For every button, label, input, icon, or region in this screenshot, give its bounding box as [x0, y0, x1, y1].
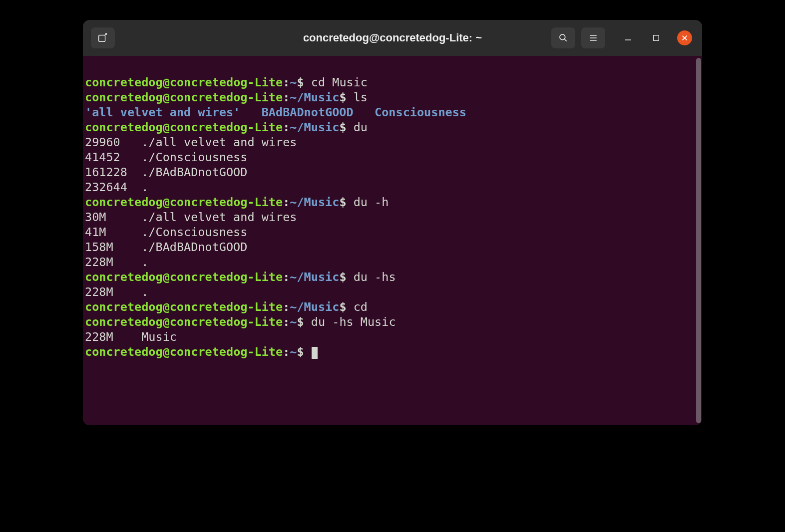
command-input: cd Music: [304, 75, 368, 89]
titlebar-right: [551, 27, 697, 48]
prompt-dollar: $: [297, 75, 304, 89]
prompt-host: concretedog-Lite: [170, 300, 283, 314]
prompt-user: concretedog: [85, 345, 163, 359]
svg-rect-0: [99, 35, 105, 42]
prompt-colon: :: [283, 270, 290, 284]
prompt-host: concretedog-Lite: [170, 345, 283, 359]
prompt-dollar: $: [339, 195, 346, 209]
prompt-dollar: $: [339, 270, 346, 284]
prompt-host: concretedog-Lite: [170, 75, 283, 89]
prompt-colon: :: [283, 315, 290, 329]
prompt-dollar: $: [339, 300, 346, 314]
new-tab-button[interactable]: [91, 27, 115, 48]
titlebar-left: [88, 27, 115, 48]
prompt-path: ~: [290, 315, 297, 329]
du-output-line: 30M ./all velvet and wires: [85, 210, 297, 224]
prompt-dollar: $: [339, 120, 346, 134]
prompt-at: @: [163, 90, 170, 104]
prompt-colon: :: [283, 120, 290, 134]
scrollbar[interactable]: [696, 58, 701, 423]
close-button[interactable]: [677, 30, 692, 45]
prompt-host: concretedog-Lite: [170, 270, 283, 284]
cursor: [312, 347, 318, 359]
prompt-colon: :: [283, 75, 290, 89]
command-input: cd: [347, 300, 368, 314]
prompt-colon: :: [283, 195, 290, 209]
prompt-dollar: $: [339, 90, 346, 104]
maximize-icon: [653, 34, 660, 41]
command-input: du -hs: [347, 270, 396, 284]
du-output-line: 228M .: [85, 255, 148, 269]
du-output-line: 232644 .: [85, 180, 148, 194]
prompt-path: ~/Music: [290, 120, 339, 134]
du-output-line: 41452 ./Consciousness: [85, 150, 247, 164]
du-output-line: 29960 ./all velvet and wires: [85, 135, 297, 149]
prompt-at: @: [163, 120, 170, 134]
svg-rect-9: [654, 35, 659, 41]
prompt-colon: :: [283, 345, 290, 359]
menu-button[interactable]: [581, 27, 605, 48]
prompt-host: concretedog-Lite: [170, 90, 283, 104]
svg-point-3: [560, 34, 565, 40]
close-icon: [681, 34, 688, 41]
prompt-colon: :: [283, 90, 290, 104]
titlebar: concretedog@concretedog-Lite: ~: [83, 20, 702, 56]
prompt-path: ~/Music: [290, 300, 339, 314]
prompt-at: @: [163, 75, 170, 89]
minimize-button[interactable]: [621, 31, 635, 45]
prompt-user: concretedog: [85, 120, 163, 134]
du-output-line: 161228 ./BAdBADnotGOOD: [85, 165, 247, 179]
prompt-user: concretedog: [85, 195, 163, 209]
command-input: du -hs Music: [304, 315, 396, 329]
ls-output: 'all velvet and wires' BAdBADnotGOOD Con…: [85, 105, 466, 119]
prompt-at: @: [163, 270, 170, 284]
prompt-path: ~/Music: [290, 195, 339, 209]
prompt-user: concretedog: [85, 300, 163, 314]
prompt-host: concretedog-Lite: [170, 195, 283, 209]
prompt-path: ~: [290, 345, 297, 359]
prompt-path: ~/Music: [290, 270, 339, 284]
search-icon: [558, 33, 568, 43]
hamburger-icon: [588, 33, 598, 43]
terminal-body[interactable]: concretedog@concretedog-Lite:~$ cd Music…: [83, 56, 702, 425]
svg-line-4: [565, 39, 567, 41]
prompt-host: concretedog-Lite: [170, 120, 283, 134]
prompt-user: concretedog: [85, 90, 163, 104]
prompt-user: concretedog: [85, 270, 163, 284]
command-input: du: [347, 120, 368, 134]
prompt-user: concretedog: [85, 315, 163, 329]
du-output-line: 228M Music: [85, 330, 177, 344]
prompt-dollar: $: [297, 345, 304, 359]
maximize-button[interactable]: [649, 31, 663, 45]
prompt-at: @: [163, 300, 170, 314]
command-input: du -h: [347, 195, 389, 209]
prompt-at: @: [163, 315, 170, 329]
prompt-at: @: [163, 195, 170, 209]
new-tab-icon: [97, 32, 108, 43]
prompt-host: concretedog-Lite: [170, 315, 283, 329]
prompt-dollar: $: [297, 315, 304, 329]
prompt-path: ~/Music: [290, 90, 339, 104]
window-controls: [621, 30, 692, 45]
minimize-icon: [624, 34, 632, 42]
du-output-line: 41M ./Consciousness: [85, 225, 247, 239]
prompt-at: @: [163, 345, 170, 359]
prompt-path: ~: [290, 75, 297, 89]
du-output-line: 228M .: [85, 285, 148, 299]
search-button[interactable]: [551, 27, 575, 48]
prompt-colon: :: [283, 300, 290, 314]
terminal-window: concretedog@concretedog-Lite: ~: [83, 20, 702, 425]
command-input: ls: [347, 90, 368, 104]
du-output-line: 158M ./BAdBADnotGOOD: [85, 240, 247, 254]
prompt-user: concretedog: [85, 75, 163, 89]
